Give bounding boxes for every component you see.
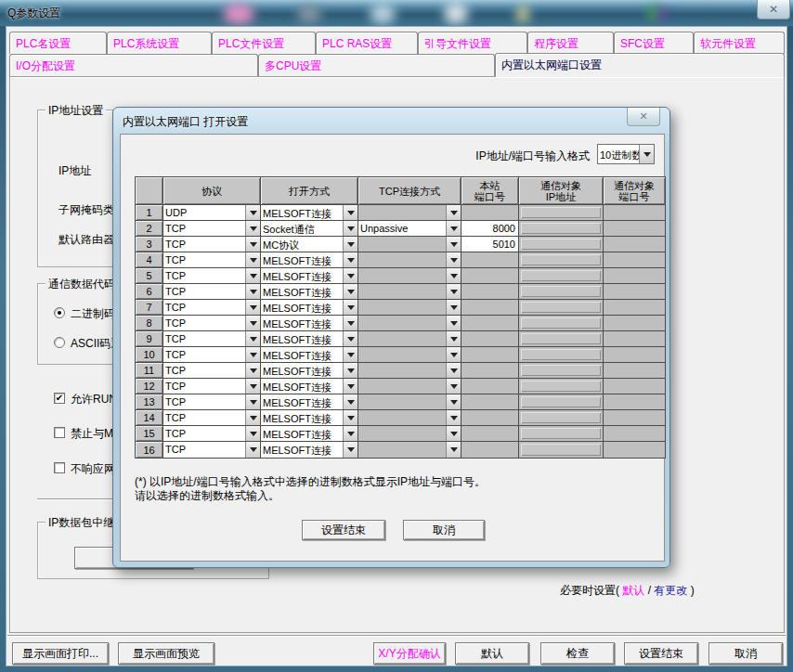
chevron-down-icon[interactable] (343, 379, 358, 394)
target-ip-cell[interactable] (519, 237, 604, 252)
tcp-mode-dropdown[interactable] (358, 426, 461, 441)
allow-run-write-checkbox[interactable]: ✔ (54, 393, 65, 404)
chevron-down-icon[interactable] (245, 268, 260, 283)
target-ip-cell[interactable] (519, 347, 604, 363)
input-format-dropdown[interactable]: 10进制数 (597, 144, 655, 164)
local-port-cell[interactable] (462, 410, 519, 426)
target-ip-cell[interactable] (519, 331, 604, 347)
target-port-cell[interactable] (604, 394, 665, 410)
protocol-dropdown[interactable]: TCP (163, 331, 260, 346)
local-port-cell[interactable] (462, 347, 519, 363)
chevron-down-icon[interactable] (446, 284, 461, 299)
chevron-down-icon[interactable] (343, 221, 358, 236)
tab-sfc[interactable]: SFC设置 (614, 32, 694, 54)
ascii-code-radio[interactable] (54, 337, 65, 348)
chevron-down-icon[interactable] (446, 268, 461, 283)
tab-plc-file[interactable]: PLC文件设置 (212, 32, 316, 54)
open-method-dropdown[interactable]: MELSOFT连接 (261, 363, 358, 378)
protocol-dropdown[interactable]: TCP (163, 300, 260, 315)
target-port-cell[interactable] (604, 252, 665, 268)
target-ip-cell[interactable] (519, 394, 604, 410)
chevron-down-icon[interactable] (245, 237, 260, 252)
chevron-down-icon[interactable] (446, 410, 461, 425)
tcp-mode-dropdown[interactable] (358, 237, 461, 252)
local-port-cell[interactable] (462, 284, 519, 300)
open-method-dropdown[interactable]: MELSOFT连接 (261, 331, 358, 346)
protocol-dropdown[interactable]: TCP (163, 363, 260, 378)
tcp-mode-dropdown[interactable] (358, 394, 461, 409)
open-method-dropdown[interactable]: MELSOFT连接 (261, 284, 358, 299)
target-ip-cell[interactable] (519, 205, 604, 221)
open-method-dropdown[interactable]: MELSOFT连接 (261, 316, 358, 330)
open-method-dropdown[interactable]: MC协议 (261, 237, 358, 252)
target-port-cell[interactable] (604, 237, 665, 252)
default-button[interactable]: 默认 (455, 642, 529, 665)
target-ip-cell[interactable] (519, 426, 604, 442)
open-method-dropdown[interactable]: MELSOFT连接 (261, 426, 358, 441)
target-port-cell[interactable] (604, 268, 665, 284)
target-ip-cell[interactable] (519, 300, 604, 316)
open-method-dropdown[interactable]: MELSOFT连接 (261, 252, 358, 267)
cancel-button[interactable]: 取消 (708, 642, 783, 665)
chevron-down-icon[interactable] (245, 252, 260, 267)
chevron-down-icon[interactable] (245, 426, 260, 441)
target-port-cell[interactable] (604, 316, 665, 331)
protocol-dropdown[interactable]: TCP (163, 410, 260, 425)
tcp-mode-dropdown[interactable] (358, 284, 461, 299)
tcp-mode-dropdown[interactable] (358, 300, 461, 315)
open-method-dropdown[interactable]: MELSOFT连接 (261, 442, 358, 458)
local-port-cell[interactable] (462, 394, 519, 410)
tcp-mode-dropdown[interactable] (358, 410, 461, 425)
chevron-down-icon[interactable] (245, 363, 260, 378)
chevron-down-icon[interactable] (343, 252, 358, 267)
open-method-dropdown[interactable]: Socket通信 (261, 221, 358, 236)
chevron-down-icon[interactable] (245, 410, 260, 425)
chevron-down-icon[interactable] (343, 394, 358, 409)
hint-changed-link[interactable]: 有更改 (654, 584, 687, 597)
protocol-dropdown[interactable]: UDP (163, 205, 260, 220)
tcp-mode-dropdown[interactable] (358, 363, 461, 378)
dialog-close-button[interactable]: ✕ (627, 108, 660, 126)
protocol-dropdown[interactable]: TCP (163, 284, 260, 299)
chevron-down-icon[interactable] (446, 205, 461, 220)
tcp-mode-dropdown[interactable] (358, 379, 461, 394)
tcp-mode-dropdown[interactable]: Unpassive (358, 221, 461, 236)
open-method-dropdown[interactable]: MELSOFT连接 (261, 410, 358, 425)
chevron-down-icon[interactable] (446, 300, 461, 315)
chevron-down-icon[interactable] (343, 284, 358, 299)
tab-program[interactable]: 程序设置 (527, 32, 614, 54)
chevron-down-icon[interactable] (245, 394, 260, 409)
tcp-mode-dropdown[interactable] (358, 268, 461, 283)
local-port-cell[interactable] (462, 316, 519, 331)
local-port-cell[interactable] (462, 268, 519, 284)
target-port-cell[interactable] (604, 300, 665, 316)
chevron-down-icon[interactable] (245, 347, 260, 362)
local-port-cell[interactable] (462, 252, 519, 268)
chevron-down-icon[interactable] (245, 379, 260, 394)
chevron-down-icon[interactable] (245, 442, 260, 458)
open-method-dropdown[interactable]: MELSOFT连接 (261, 347, 358, 362)
target-port-cell[interactable] (604, 331, 665, 347)
local-port-cell[interactable] (462, 363, 519, 379)
tab-plc-system[interactable]: PLC系统设置 (107, 32, 212, 54)
dialog-setting-end-button[interactable]: 设置结束 (302, 520, 385, 540)
chevron-down-icon[interactable] (343, 410, 358, 425)
open-method-dropdown[interactable]: MELSOFT连接 (261, 205, 358, 220)
target-port-cell[interactable] (604, 221, 665, 237)
tcp-mode-dropdown[interactable] (358, 331, 461, 346)
target-ip-cell[interactable] (519, 221, 604, 237)
protocol-dropdown[interactable]: TCP (163, 316, 260, 330)
tcp-mode-dropdown[interactable] (358, 442, 461, 458)
chevron-down-icon[interactable] (343, 363, 358, 378)
target-port-cell[interactable] (604, 347, 665, 363)
screen-preview-button[interactable]: 显示画面预览 (118, 642, 214, 665)
chevron-down-icon[interactable] (343, 331, 358, 346)
target-port-cell[interactable] (604, 426, 665, 442)
chevron-down-icon[interactable] (245, 316, 260, 330)
chevron-down-icon[interactable] (446, 379, 461, 394)
protocol-dropdown[interactable]: TCP (163, 221, 260, 236)
open-method-dropdown[interactable]: MELSOFT连接 (261, 300, 358, 315)
chevron-down-icon[interactable] (446, 237, 461, 252)
chevron-down-icon[interactable] (245, 284, 260, 299)
screen-print-button[interactable]: 显示画面打印... (12, 642, 109, 665)
